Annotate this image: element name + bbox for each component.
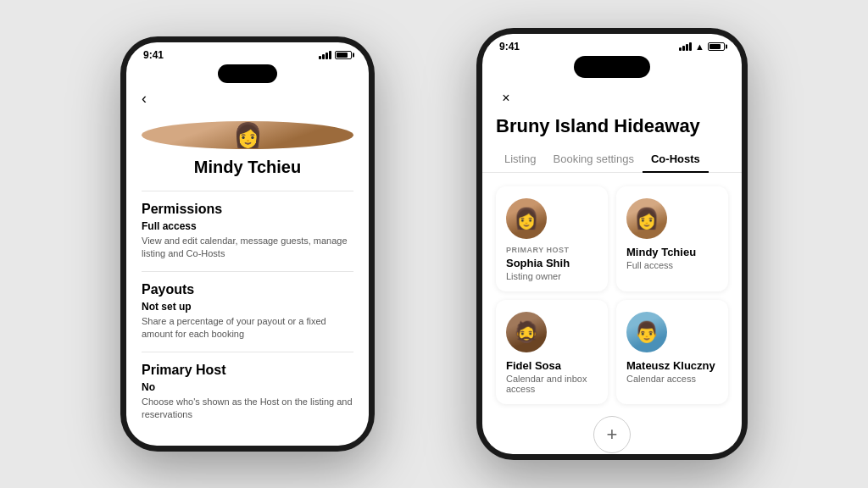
status-icons-front: ▲ [679, 42, 725, 52]
cohost-name-mindy: Mindy Tchieu [626, 246, 718, 258]
signal-icon-back [319, 51, 331, 59]
cohost-name-sophia: Sophia Shih [506, 257, 598, 269]
avatar-mindy: 👩 [626, 198, 667, 239]
phone-front: 9:41 ▲ × [476, 28, 748, 460]
cohosts-grid: 👩 PRIMARY HOST Sophia Shih Listing owner… [482, 186, 742, 404]
section-payouts-desc: Share a percentage of your payout or a f… [142, 315, 353, 341]
cohost-role-sophia: Listing owner [506, 271, 598, 281]
section-permissions-sub: Full access [142, 220, 353, 232]
time-front: 9:41 [499, 41, 520, 53]
cohost-role-mateusz: Calendar access [626, 374, 718, 384]
avatar-back: 👩 [142, 121, 353, 149]
section-payouts-title: Payouts [142, 282, 353, 297]
tab-cohosts[interactable]: Co-Hosts [643, 147, 709, 172]
cohost-name-fidel: Fidel Sosa [506, 359, 598, 372]
signal-icon-front [679, 42, 692, 51]
avatar-area-back: 👩 Mindy Tchieu [142, 121, 353, 177]
section-primary-sub: No [142, 381, 353, 393]
cohost-role-mindy: Full access [626, 260, 718, 270]
status-bar-back: 9:41 [126, 42, 369, 64]
add-cohost-area: + [482, 404, 742, 453]
section-permissions-title: Permissions [142, 202, 353, 217]
person-name-back: Mindy Tchieu [194, 158, 301, 177]
tab-listing[interactable]: Listing [496, 147, 545, 172]
section-primary-desc: Choose who's shown as the Host on the li… [142, 396, 353, 422]
phone-back: 9:41 ‹ [120, 36, 375, 452]
avatar-sophia: 👩 [506, 198, 547, 239]
wifi-icon-front: ▲ [695, 42, 704, 52]
tab-bar: Listing Booking settings Co-Hosts [482, 147, 742, 173]
listing-title: Bruny Island Hideaway [482, 115, 742, 147]
avatar-mateusz: 👨 [626, 312, 667, 352]
section-primary-title: Primary Host [142, 363, 353, 378]
divider-3 [142, 352, 353, 352]
dynamic-island [574, 56, 650, 78]
cohost-card-fidel[interactable]: 🧔 Fidel Sosa Calendar and inbox access [496, 300, 608, 404]
back-button[interactable]: ‹ [142, 90, 353, 108]
primary-badge-sophia: PRIMARY HOST [506, 246, 598, 254]
section-payouts-sub: Not set up [142, 301, 353, 313]
avatar-fidel: 🧔 [506, 312, 547, 352]
back-content: ‹ 👩 Mindy Tchieu Permissions Full access… [126, 90, 369, 421]
back-phone-screen: 9:41 ‹ [126, 42, 369, 446]
front-phone-screen: 9:41 ▲ × [482, 34, 742, 454]
front-header: × [482, 85, 742, 115]
scene: 9:41 ‹ [53, 24, 815, 464]
tab-booking-settings[interactable]: Booking settings [545, 147, 643, 172]
divider-2 [142, 271, 353, 272]
cohost-card-mindy[interactable]: 👩 Mindy Tchieu Full access [616, 186, 728, 291]
battery-icon-front [708, 42, 725, 51]
close-button[interactable]: × [496, 88, 516, 108]
status-icons-back [319, 51, 352, 59]
divider-1 [142, 191, 353, 191]
cohost-name-mateusz: Mateusz Kluczny [626, 359, 718, 372]
time-back: 9:41 [143, 49, 164, 61]
battery-icon-back [335, 51, 352, 59]
notch-back [218, 64, 277, 83]
cohost-role-fidel: Calendar and inbox access [506, 374, 598, 394]
status-bar-front: 9:41 ▲ [482, 34, 742, 56]
add-cohost-button[interactable]: + [593, 416, 631, 453]
section-permissions-desc: View and edit calendar, message guests, … [142, 235, 353, 261]
cohost-card-sophia[interactable]: 👩 PRIMARY HOST Sophia Shih Listing owner [496, 186, 608, 291]
cohost-card-mateusz[interactable]: 👨 Mateusz Kluczny Calendar access [616, 300, 728, 404]
